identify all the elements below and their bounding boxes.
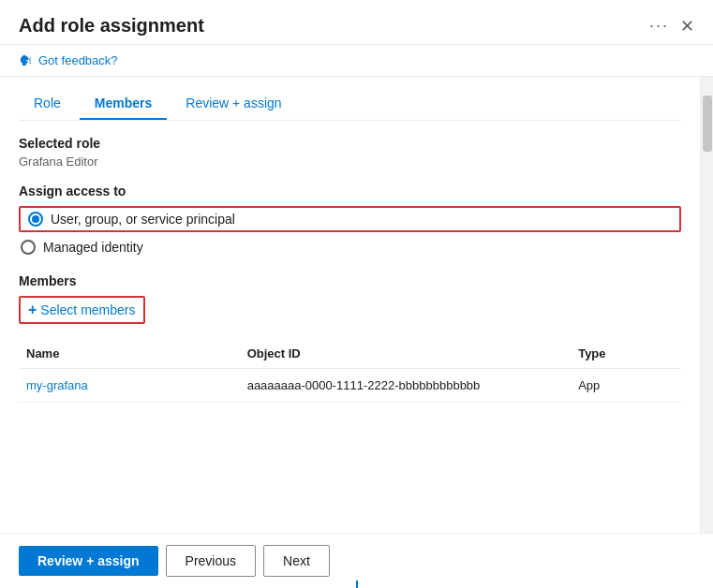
footer-indicator <box>356 581 358 588</box>
members-section: Members + Select members <box>19 273 681 324</box>
tab-review-assign[interactable]: Review + assign <box>171 88 296 120</box>
col-header-type: Type <box>571 346 681 360</box>
close-icon[interactable]: ✕ <box>680 16 694 37</box>
col-header-object-id: Object ID <box>240 346 572 360</box>
radio-managed-identity[interactable]: Managed identity <box>19 240 681 255</box>
radio-circle-user-group <box>28 212 43 227</box>
cell-type: App <box>571 378 681 392</box>
members-table: Name Object ID Type my-grafana aaaaaaaa-… <box>19 339 681 403</box>
select-members-button[interactable]: + Select members <box>19 296 145 324</box>
dialog-header: Add role assignment ··· ✕ <box>0 0 713 45</box>
tab-role[interactable]: Role <box>19 88 76 120</box>
dialog-title: Add role assignment <box>19 15 204 37</box>
table-header: Name Object ID Type <box>19 339 681 369</box>
review-assign-button[interactable]: Review + assign <box>19 546 158 576</box>
members-title: Members <box>19 273 681 288</box>
radio-user-group[interactable]: User, group, or service principal <box>19 206 681 232</box>
dialog-header-right: ··· ✕ <box>649 16 694 37</box>
col-header-name: Name <box>19 346 240 360</box>
radio-label-user-group: User, group, or service principal <box>51 212 235 227</box>
radio-group: User, group, or service principal Manage… <box>19 206 681 255</box>
select-members-label: Select members <box>40 302 135 317</box>
selected-role-value: Grafana Editor <box>19 154 681 169</box>
scrollable-area: Role Members Review + assign Selected ro… <box>0 77 713 533</box>
table-row: my-grafana aaaaaaaa-0000-1111-2222-bbbbb… <box>19 369 681 403</box>
tabs: Role Members Review + assign <box>19 77 681 121</box>
add-role-assignment-dialog: Add role assignment ··· ✕ 🗣 Got feedback… <box>0 0 713 588</box>
main-content: Role Members Review + assign Selected ro… <box>0 77 700 533</box>
footer: Review + assign Previous Next <box>0 533 713 588</box>
selected-role-label: Selected role <box>19 136 681 151</box>
more-options-icon[interactable]: ··· <box>649 16 669 36</box>
plus-icon: + <box>28 301 37 318</box>
cell-name[interactable]: my-grafana <box>19 378 240 392</box>
tab-members[interactable]: Members <box>80 88 167 120</box>
feedback-bar: 🗣 Got feedback? <box>0 45 713 77</box>
cell-object-id: aaaaaaaa-0000-1111-2222-bbbbbbbbbbbb <box>240 378 572 392</box>
feedback-link[interactable]: Got feedback? <box>38 53 118 67</box>
assign-access-label: Assign access to <box>19 184 681 198</box>
radio-circle-managed-identity <box>21 240 36 255</box>
next-button[interactable]: Next <box>263 545 330 577</box>
radio-label-managed-identity: Managed identity <box>43 240 143 255</box>
feedback-icon: 🗣 <box>19 52 33 68</box>
scrollbar-track[interactable] <box>700 77 713 533</box>
previous-button[interactable]: Previous <box>166 545 256 577</box>
scrollbar-thumb[interactable] <box>703 96 712 152</box>
